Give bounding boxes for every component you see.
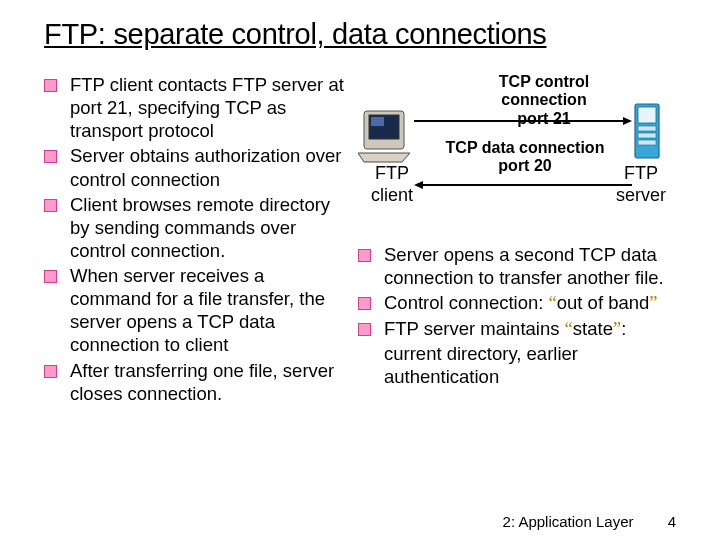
square-bullet-icon [44, 270, 62, 283]
tcp-control-line1: TCP control connection [499, 73, 589, 108]
ftp-client-l2: client [371, 185, 413, 205]
svg-rect-10 [638, 107, 656, 123]
svg-marker-5 [358, 153, 410, 162]
tcp-data-line1: TCP data connection [446, 139, 605, 156]
ftp-client-label: FTP client [360, 163, 424, 206]
square-bullet-icon [358, 323, 376, 336]
square-bullet-icon [44, 365, 62, 378]
page-number: 4 [668, 513, 676, 530]
square-bullet-icon [358, 297, 376, 310]
svg-rect-4 [45, 365, 57, 377]
list-item: FTP server maintains “state”: current di… [358, 317, 676, 387]
server-icon [634, 103, 662, 165]
tcp-control-line2: port 21 [517, 110, 570, 127]
svg-rect-2 [45, 199, 57, 211]
ftp-server-l2: server [616, 185, 666, 205]
bullet-text: After transferring one file, server clos… [70, 359, 346, 405]
svg-rect-11 [638, 126, 656, 131]
right-column: TCP control connection port 21 TCP data … [358, 73, 676, 407]
svg-rect-12 [638, 133, 656, 138]
bullet-text: When server receives a command for a fil… [70, 264, 346, 357]
list-item: When server receives a command for a fil… [44, 264, 346, 357]
svg-rect-8 [371, 117, 384, 126]
tcp-data-label: TCP data connection port 20 [432, 139, 618, 176]
bullet-text: Server opens a second TCP data connectio… [384, 243, 676, 289]
ftp-server-l1: FTP [624, 163, 658, 183]
bullet-text: FTP client contacts FTP server at port 2… [70, 73, 346, 142]
list-item: Client browses remote directory by sendi… [44, 193, 346, 262]
content-columns: FTP client contacts FTP server at port 2… [44, 73, 676, 407]
tcp-data-line2: port 20 [498, 157, 551, 174]
svg-rect-1 [45, 151, 57, 163]
list-item: Server obtains authorization over contro… [44, 144, 346, 190]
computer-icon [354, 107, 414, 167]
left-column: FTP client contacts FTP server at port 2… [44, 73, 346, 407]
svg-rect-15 [359, 298, 371, 310]
ftp-server-label: FTP server [610, 163, 672, 206]
slide-title: FTP: separate control, data connections [44, 18, 676, 51]
svg-rect-13 [638, 140, 656, 145]
ftp-client-l1: FTP [375, 163, 409, 183]
svg-rect-14 [359, 250, 371, 262]
svg-rect-16 [359, 324, 371, 336]
bullet-text: Control connection: “out of band” [384, 291, 676, 315]
svg-rect-3 [45, 271, 57, 283]
slide-footer: 2: Application Layer 4 [503, 513, 676, 530]
list-item: Control connection: “out of band” [358, 291, 676, 315]
bullet-text: Server obtains authorization over contro… [70, 144, 346, 190]
bullet-text: FTP server maintains “state”: current di… [384, 317, 676, 387]
square-bullet-icon [44, 150, 62, 163]
list-item: After transferring one file, server clos… [44, 359, 346, 405]
ftp-diagram: TCP control connection port 21 TCP data … [354, 73, 666, 237]
square-bullet-icon [44, 199, 62, 212]
svg-rect-0 [45, 80, 57, 92]
bullet-text: Client browses remote directory by sendi… [70, 193, 346, 262]
list-item: Server opens a second TCP data connectio… [358, 243, 676, 289]
list-item: FTP client contacts FTP server at port 2… [44, 73, 346, 142]
chapter-label: 2: Application Layer [503, 513, 634, 530]
square-bullet-icon [358, 249, 376, 262]
square-bullet-icon [44, 79, 62, 92]
